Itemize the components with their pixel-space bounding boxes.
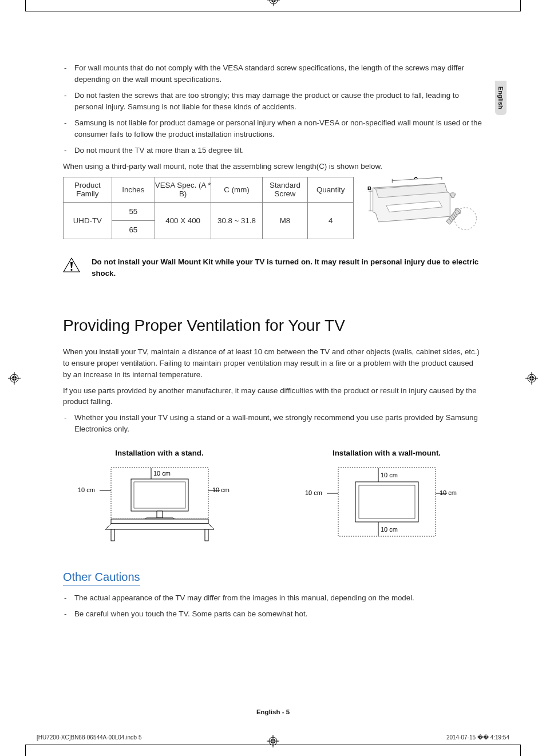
- cell-inches: 55: [112, 202, 155, 220]
- list-item: Samsung is not liable for product damage…: [74, 117, 483, 140]
- svg-rect-41: [111, 519, 208, 524]
- ventilation-para: When you install your TV, maintain a dis…: [63, 346, 483, 381]
- col-header: Inches: [112, 177, 155, 202]
- svg-text:10 cm: 10 cm: [153, 470, 171, 477]
- svg-text:10 cm: 10 cm: [440, 489, 457, 496]
- col-header: Quantity: [308, 177, 354, 202]
- cell-vesa: 400 X 400: [155, 202, 211, 239]
- cell-qty: 4: [308, 202, 354, 239]
- svg-rect-52: [359, 485, 415, 518]
- svg-text:10 cm: 10 cm: [381, 526, 398, 533]
- crop-mark: [25, 745, 26, 756]
- crop-mark: [25, 0, 26, 11]
- installation-wall-diagram: 10 cm 10 cm 10 cm 10 cm: [304, 462, 470, 548]
- installation-stand-diagram: 10 cm 10 cm 10 cm: [77, 462, 243, 548]
- col-header: VESA Spec. (A * B): [155, 177, 211, 202]
- svg-rect-43: [205, 529, 208, 541]
- ventilation-bullet-list: Whether you install your TV using a stan…: [63, 412, 483, 435]
- cell-screw: M8: [262, 202, 308, 239]
- registration-mark-icon: [267, 735, 279, 747]
- footer-timestamp: 2014-07-15 �� 4:19:54: [446, 734, 509, 741]
- list-item: Do not fasten the screws that are too st…: [74, 90, 483, 113]
- svg-text:10 cm: 10 cm: [305, 489, 322, 496]
- registration-mark-icon: [8, 372, 21, 385]
- crop-mark: [520, 0, 521, 11]
- list-item: Whether you install your TV using a stan…: [74, 412, 483, 435]
- svg-rect-42: [111, 529, 114, 541]
- ventilation-para: If you use parts provided by another man…: [63, 385, 483, 408]
- list-item: The actual appearance of the TV may diff…: [74, 592, 483, 604]
- svg-rect-40: [134, 482, 185, 508]
- installation-wall-title: Installation with a wall-mount.: [333, 449, 441, 457]
- list-item: For wall mounts that do not comply with …: [74, 62, 483, 85]
- footer-filename: [HU7200-XC]BN68-06544A-00L04.indb 5: [37, 734, 141, 741]
- page-number: English - 5: [25, 708, 521, 715]
- section-heading-other-cautions: Other Cautions: [63, 571, 140, 585]
- installation-stand-block: Installation with a stand. 10 cm 10 cm 1…: [77, 449, 243, 548]
- registration-mark-icon: [525, 372, 538, 385]
- warning-icon: [63, 258, 80, 273]
- section-heading-ventilation: Providing Proper Ventilation for Your TV: [63, 316, 483, 335]
- wall-bracket-diagram: A B: [367, 177, 483, 233]
- crop-mark: [520, 745, 521, 756]
- page-content: English For wall mounts that do not comp…: [25, 11, 521, 745]
- svg-text:B: B: [367, 185, 371, 191]
- svg-point-37: [70, 268, 72, 270]
- installation-wall-block: Installation with a wall-mount. 10 cm 10…: [304, 449, 470, 548]
- vesa-spec-table: Product Family Inches VESA Spec. (A * B)…: [63, 177, 354, 239]
- col-header: C (mm): [211, 177, 262, 202]
- col-header: Standard Screw: [262, 177, 308, 202]
- installation-stand-title: Installation with a stand.: [115, 449, 203, 457]
- svg-text:A: A: [414, 177, 418, 180]
- registration-mark-icon: [267, 0, 280, 6]
- svg-text:10 cm: 10 cm: [78, 486, 95, 493]
- list-item: Do not mount the TV at more than a 15 de…: [74, 145, 483, 156]
- cell-inches: 65: [112, 220, 155, 239]
- svg-text:10 cm: 10 cm: [381, 472, 398, 478]
- col-header: Product Family: [64, 177, 112, 202]
- table-intro-text: When using a third-party wall mount, not…: [63, 161, 483, 172]
- wall-mount-notes-list: For wall mounts that do not comply with …: [63, 62, 483, 156]
- other-cautions-list: The actual appearance of the TV may diff…: [63, 592, 483, 620]
- svg-text:10 cm: 10 cm: [212, 486, 230, 493]
- cell-product-family: UHD-TV: [64, 202, 112, 239]
- cell-c-mm: 30.8 ~ 31.8: [211, 202, 262, 239]
- language-tab: English: [495, 81, 507, 115]
- warning-text: Do not install your Wall Mount Kit while…: [92, 256, 483, 280]
- list-item: Be careful when you touch the TV. Some p…: [74, 608, 483, 620]
